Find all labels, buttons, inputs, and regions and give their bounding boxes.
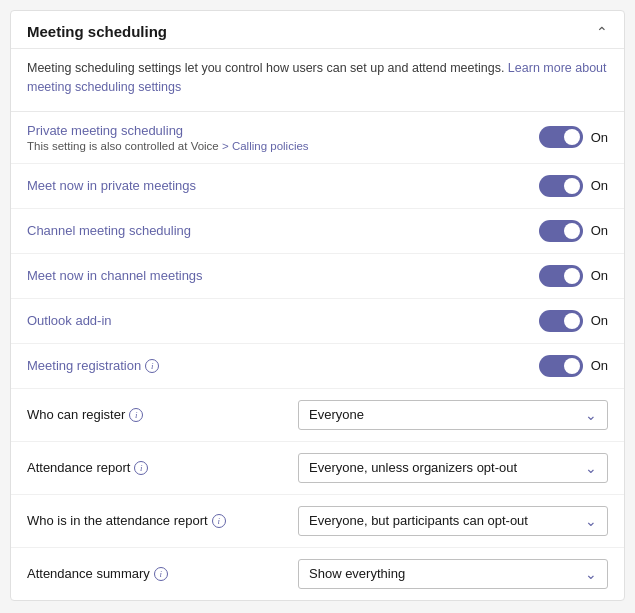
- dropdown-value-who-can-register: Everyone: [309, 407, 364, 422]
- setting-label-container-meet-now-channel: Meet now in channel meetings: [27, 268, 203, 283]
- setting-label-attendance-summary: Attendance summary: [27, 566, 150, 581]
- toggle-label-meet-now-channel: On: [591, 268, 608, 283]
- setting-label-container-outlook-addin: Outlook add-in: [27, 313, 112, 328]
- toggle-label-meet-now-private: On: [591, 178, 608, 193]
- toggle-meet-now-private[interactable]: [539, 175, 583, 197]
- description-text: Meeting scheduling settings let you cont…: [27, 61, 504, 75]
- toggle-outlook-addin[interactable]: [539, 310, 583, 332]
- collapse-icon[interactable]: ⌃: [596, 24, 608, 40]
- card-description: Meeting scheduling settings let you cont…: [11, 49, 624, 112]
- toggle-container-outlook-addin: On: [539, 310, 608, 332]
- setting-label-meet-now-private: Meet now in private meetings: [27, 178, 196, 193]
- setting-label-who-in-attendance-report: Who is in the attendance report: [27, 513, 208, 528]
- info-icon-attendance-report[interactable]: i: [134, 461, 148, 475]
- setting-label-outlook-addin: Outlook add-in: [27, 313, 112, 328]
- setting-label-who-can-register: Who can register: [27, 407, 125, 422]
- toggle-label-meeting-registration: On: [591, 358, 608, 373]
- toggle-label-channel-meeting-scheduling: On: [591, 223, 608, 238]
- info-icon-attendance-summary[interactable]: i: [154, 567, 168, 581]
- setting-label-container-attendance-report: Attendance reporti: [27, 460, 148, 475]
- dropdown-who-can-register[interactable]: Everyone⌄: [298, 400, 608, 430]
- card-header: Meeting scheduling ⌃: [11, 11, 624, 49]
- setting-row-meeting-registration: Meeting registrationiOn: [11, 344, 624, 389]
- toggle-container-channel-meeting-scheduling: On: [539, 220, 608, 242]
- setting-label-container-private-meeting-scheduling: Private meeting schedulingThis setting i…: [27, 123, 309, 152]
- toggle-knob-meet-now-channel: [564, 268, 580, 284]
- setting-label-channel-meeting-scheduling: Channel meeting scheduling: [27, 223, 191, 238]
- dropdown-arrow-attendance-summary: ⌄: [585, 566, 597, 582]
- toggle-container-meet-now-private: On: [539, 175, 608, 197]
- dropdown-value-attendance-summary: Show everything: [309, 566, 405, 581]
- toggle-knob-outlook-addin: [564, 313, 580, 329]
- setting-row-meet-now-channel: Meet now in channel meetingsOn: [11, 254, 624, 299]
- setting-label-meet-now-channel: Meet now in channel meetings: [27, 268, 203, 283]
- toggle-knob-channel-meeting-scheduling: [564, 223, 580, 239]
- setting-row-attendance-report: Attendance reportiEveryone, unless organ…: [11, 442, 624, 495]
- setting-row-meet-now-private: Meet now in private meetingsOn: [11, 164, 624, 209]
- setting-row-channel-meeting-scheduling: Channel meeting schedulingOn: [11, 209, 624, 254]
- toggle-meet-now-channel[interactable]: [539, 265, 583, 287]
- setting-label-container-attendance-summary: Attendance summaryi: [27, 566, 168, 581]
- toggle-container-meeting-registration: On: [539, 355, 608, 377]
- setting-label-attendance-report: Attendance report: [27, 460, 130, 475]
- dropdown-who-in-attendance-report[interactable]: Everyone, but participants can opt-out⌄: [298, 506, 608, 536]
- toggle-label-outlook-addin: On: [591, 313, 608, 328]
- setting-row-outlook-addin: Outlook add-inOn: [11, 299, 624, 344]
- dropdown-arrow-who-can-register: ⌄: [585, 407, 597, 423]
- setting-label-container-meeting-registration: Meeting registrationi: [27, 358, 159, 373]
- toggle-knob-meeting-registration: [564, 358, 580, 374]
- setting-label-private-meeting-scheduling: Private meeting scheduling: [27, 123, 183, 138]
- meeting-scheduling-card: Meeting scheduling ⌃ Meeting scheduling …: [10, 10, 625, 601]
- info-icon-who-can-register[interactable]: i: [129, 408, 143, 422]
- dropdown-attendance-report[interactable]: Everyone, unless organizers opt-out⌄: [298, 453, 608, 483]
- toggle-container-meet-now-channel: On: [539, 265, 608, 287]
- setting-label-container-meet-now-private: Meet now in private meetings: [27, 178, 196, 193]
- setting-label-container-channel-meeting-scheduling: Channel meeting scheduling: [27, 223, 191, 238]
- setting-label-container-who-in-attendance-report: Who is in the attendance reporti: [27, 513, 226, 528]
- dropdown-arrow-attendance-report: ⌄: [585, 460, 597, 476]
- setting-row-attendance-summary: Attendance summaryiShow everything⌄: [11, 548, 624, 600]
- toggle-private-meeting-scheduling[interactable]: [539, 126, 583, 148]
- setting-row-private-meeting-scheduling: Private meeting schedulingThis setting i…: [11, 112, 624, 164]
- toggle-container-private-meeting-scheduling: On: [539, 126, 608, 148]
- setting-sublabel-private-meeting-scheduling: This setting is also controlled at Voice…: [27, 140, 309, 152]
- info-icon-who-in-attendance-report[interactable]: i: [212, 514, 226, 528]
- dropdown-attendance-summary[interactable]: Show everything⌄: [298, 559, 608, 589]
- calling-policies-link[interactable]: > Calling policies: [222, 140, 309, 152]
- toggle-label-private-meeting-scheduling: On: [591, 130, 608, 145]
- card-title: Meeting scheduling: [27, 23, 167, 40]
- toggle-meeting-registration[interactable]: [539, 355, 583, 377]
- toggle-knob-meet-now-private: [564, 178, 580, 194]
- toggle-knob-private-meeting-scheduling: [564, 129, 580, 145]
- dropdown-value-attendance-report: Everyone, unless organizers opt-out: [309, 460, 517, 475]
- setting-row-who-in-attendance-report: Who is in the attendance reportiEveryone…: [11, 495, 624, 548]
- settings-list: Private meeting schedulingThis setting i…: [11, 112, 624, 600]
- setting-label-container-who-can-register: Who can registeri: [27, 407, 143, 422]
- toggle-channel-meeting-scheduling[interactable]: [539, 220, 583, 242]
- setting-label-meeting-registration: Meeting registration: [27, 358, 141, 373]
- setting-row-who-can-register: Who can registeriEveryone⌄: [11, 389, 624, 442]
- dropdown-arrow-who-in-attendance-report: ⌄: [585, 513, 597, 529]
- info-icon-meeting-registration[interactable]: i: [145, 359, 159, 373]
- dropdown-value-who-in-attendance-report: Everyone, but participants can opt-out: [309, 513, 528, 528]
